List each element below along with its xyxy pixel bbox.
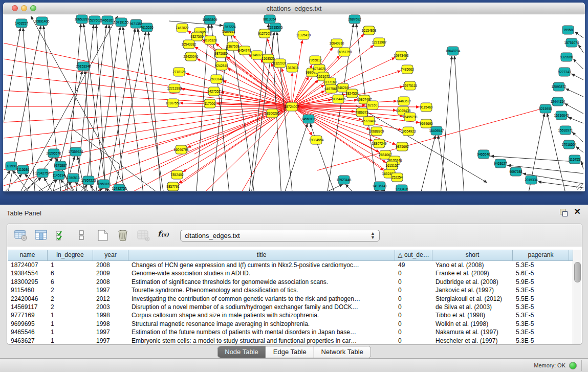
graph-node-yellow[interactable]: 19384554 bbox=[309, 136, 324, 144]
table-cell[interactable]: 2009 bbox=[93, 269, 128, 277]
column-header-title[interactable]: title bbox=[128, 250, 395, 260]
network-canvas[interactable]: 1872400774638222222605856601239127505932… bbox=[4, 14, 584, 191]
graph-node-teal[interactable]: 14136141 bbox=[373, 182, 387, 190]
graph-node-yellow[interactable]: 3824534 bbox=[345, 89, 359, 98]
graph-node-yellow[interactable]: 9242845 bbox=[215, 61, 228, 70]
table-cell[interactable]: 5.3E-5 bbox=[513, 311, 569, 319]
graph-node-yellow[interactable]: 16640910 bbox=[330, 39, 344, 48]
table-cell[interactable]: 5.3E-5 bbox=[513, 320, 569, 328]
table-row[interactable]: 1830029562008Estimation of significance … bbox=[8, 278, 573, 286]
citation-network-graph[interactable]: 1872400774638222222605856601239127505932… bbox=[4, 14, 584, 191]
graph-node-teal[interactable]: 1733426 bbox=[395, 185, 408, 191]
graph-node-yellow[interactable]: 6497568 bbox=[324, 84, 338, 93]
graph-node-teal[interactable]: 17359924 bbox=[69, 147, 83, 156]
scrollbar-thumb[interactable] bbox=[574, 262, 581, 282]
table-row[interactable]: 1872400712008Changes of HCN gene express… bbox=[8, 261, 573, 269]
graph-node-yellow[interactable]: 12213383 bbox=[167, 84, 182, 93]
table-cell[interactable]: Investigating the contribution of common… bbox=[128, 295, 395, 303]
table-row[interactable]: 977716911998Corpus callosum shape and si… bbox=[8, 311, 573, 319]
table-cell[interactable]: 1 bbox=[48, 320, 93, 328]
table-cell[interactable]: 2003 bbox=[93, 303, 128, 311]
graph-node-teal[interactable]: 17957223 bbox=[81, 176, 96, 185]
graph-node-teal[interactable]: 6466161 bbox=[101, 16, 114, 25]
table-cell[interactable]: 5.3E-5 bbox=[513, 303, 569, 311]
table-cell[interactable]: 0 bbox=[395, 320, 432, 328]
column-header-pagerank[interactable]: pagerank bbox=[513, 250, 569, 260]
table-cell[interactable]: 18724007 bbox=[8, 261, 48, 269]
table-cell[interactable]: 1997 bbox=[93, 328, 128, 336]
graph-node-teal[interactable]: 20891406 bbox=[35, 17, 50, 26]
column-header-year[interactable]: year bbox=[93, 250, 128, 260]
graph-node-yellow[interactable]: 2718129 bbox=[172, 68, 186, 76]
edge[interactable] bbox=[4, 106, 292, 174]
table-cell[interactable]: 1 bbox=[48, 261, 93, 269]
select-all-check-icon[interactable] bbox=[55, 229, 69, 242]
table-cell[interactable]: 1 bbox=[48, 337, 93, 345]
graph-node-yellow[interactable]: 16046798 bbox=[174, 145, 189, 154]
table-cell[interactable]: Disruption of a novel member of a sodium… bbox=[128, 303, 395, 311]
graph-node-teal[interactable]: 1403557 bbox=[15, 19, 28, 28]
table-cell[interactable]: 49 bbox=[395, 261, 432, 269]
graph-node-teal[interactable]: 116755 bbox=[569, 155, 580, 164]
graph-node-yellow[interactable]: 9327505 bbox=[190, 32, 204, 41]
edge[interactable] bbox=[310, 123, 336, 191]
table-cell[interactable]: 9463627 bbox=[8, 337, 48, 345]
edge[interactable] bbox=[96, 25, 106, 191]
column-header-name[interactable]: name bbox=[8, 250, 48, 260]
graph-node-yellow[interactable]: 12975115 bbox=[403, 81, 418, 90]
edge[interactable] bbox=[565, 89, 583, 97]
table-cell[interactable]: 0 bbox=[395, 303, 432, 311]
graph-node-yellow[interactable]: 19654923 bbox=[401, 127, 416, 136]
graph-node-teal[interactable]: 1527602 bbox=[88, 16, 101, 25]
graph-node-yellow[interactable]: 11325419 bbox=[296, 31, 311, 39]
column-select-icon[interactable] bbox=[35, 229, 48, 242]
graph-node-teal[interactable]: 20153346 bbox=[76, 62, 91, 71]
edge[interactable] bbox=[315, 184, 343, 191]
edge[interactable] bbox=[571, 74, 583, 80]
graph-node-teal[interactable]: 1350513 bbox=[67, 173, 80, 182]
graph-node-yellow[interactable]: 9115460 bbox=[420, 103, 433, 112]
table-cell[interactable]: Dudbridge et al. (2008) bbox=[432, 278, 513, 286]
edge[interactable] bbox=[292, 73, 292, 106]
graph-node-teal[interactable]: 16782759 bbox=[112, 184, 127, 191]
tab-edge-table[interactable]: Edge Table bbox=[266, 346, 314, 358]
edge[interactable] bbox=[85, 71, 93, 191]
graph-node-teal[interactable]: 391591 bbox=[6, 162, 17, 170]
graph-node-yellow[interactable]: 16154808 bbox=[362, 26, 377, 35]
graph-node-yellow[interactable]: 12213987 bbox=[372, 38, 387, 47]
edge[interactable] bbox=[575, 32, 583, 38]
graph-node-yellow[interactable]: 20364486 bbox=[331, 95, 346, 103]
function-builder-icon[interactable]: f(x) bbox=[158, 229, 169, 242]
edge[interactable] bbox=[345, 184, 358, 191]
edge[interactable] bbox=[420, 135, 435, 191]
table-cell[interactable]: 9777169 bbox=[8, 311, 48, 319]
graph-node-yellow[interactable]: 10973493 bbox=[394, 51, 409, 60]
table-cell[interactable]: 19384554 bbox=[8, 269, 48, 277]
edge[interactable] bbox=[114, 32, 146, 191]
graph-node-yellow[interactable]: 6734028 bbox=[313, 64, 326, 73]
graph-node-yellow[interactable]: 7485063 bbox=[401, 65, 414, 74]
graph-node-yellow[interactable]: 18724007 bbox=[285, 102, 299, 111]
table-cell[interactable]: 5.3E-5 bbox=[513, 328, 569, 336]
graph-node-teal[interactable]: 9329966 bbox=[560, 53, 573, 61]
graph-node-teal[interactable]: 16648794 bbox=[446, 47, 461, 55]
edge[interactable] bbox=[440, 56, 452, 191]
graph-node-yellow[interactable]: 7986372 bbox=[355, 108, 368, 117]
graph-node-yellow[interactable]: 16961758 bbox=[337, 48, 352, 56]
table-row[interactable]: 1938455462009Genome-wide association stu… bbox=[8, 269, 573, 277]
table-cell[interactable]: 1997 bbox=[93, 286, 128, 294]
table-cell[interactable]: de Silva et al. (2003) bbox=[432, 303, 513, 311]
close-icon[interactable]: ✕ bbox=[574, 208, 581, 216]
table-cell[interactable]: 2 bbox=[48, 303, 93, 311]
table-cell[interactable]: Changes of HCN gene expression and I(f) … bbox=[128, 261, 395, 269]
graph-node-yellow[interactable]: 117006 bbox=[204, 99, 215, 108]
edge[interactable] bbox=[85, 25, 106, 191]
new-table-icon[interactable] bbox=[96, 229, 110, 242]
row-height-icon[interactable] bbox=[76, 229, 89, 242]
table-row[interactable]: 969969511998Structural magnetic resonanc… bbox=[8, 320, 573, 328]
graph-node-teal[interactable]: 7857224 bbox=[223, 23, 236, 31]
table-cell[interactable]: 1997 bbox=[93, 337, 128, 345]
graph-node-teal[interactable]: 20206576 bbox=[47, 149, 61, 158]
table-cell[interactable]: 2008 bbox=[93, 278, 128, 286]
graph-node-yellow[interactable]: 9857791 bbox=[166, 182, 180, 191]
